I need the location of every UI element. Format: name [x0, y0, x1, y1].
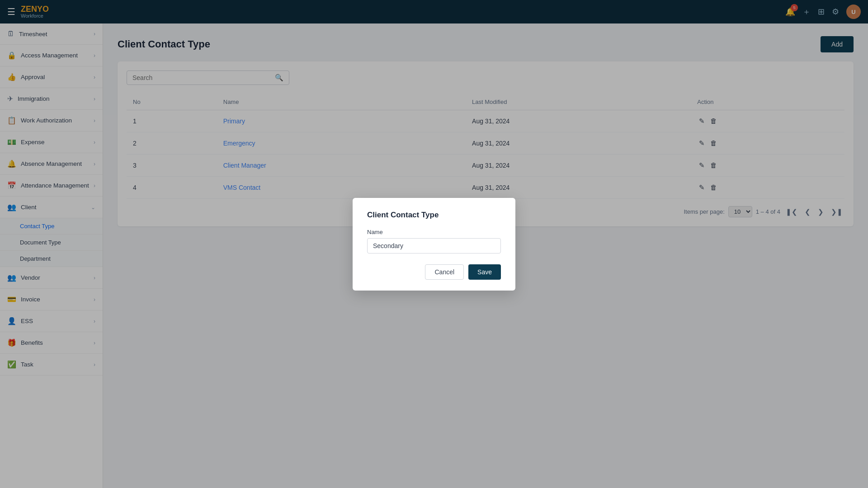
dialog-title: Client Contact Type: [367, 211, 501, 220]
dialog-name-label: Name: [367, 229, 501, 235]
dialog-overlay: Client Contact Type Name Cancel Save: [0, 0, 868, 488]
save-button[interactable]: Save: [468, 264, 501, 280]
dialog: Client Contact Type Name Cancel Save: [353, 198, 515, 291]
dialog-actions: Cancel Save: [367, 264, 501, 280]
cancel-button[interactable]: Cancel: [425, 264, 464, 280]
dialog-name-input[interactable]: [367, 238, 501, 253]
